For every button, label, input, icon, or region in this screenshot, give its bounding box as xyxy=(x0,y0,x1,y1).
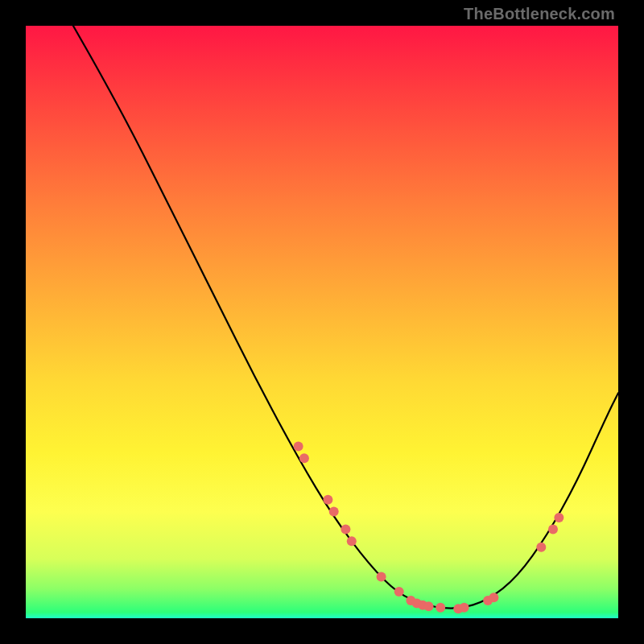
bottleneck-curve xyxy=(73,26,618,609)
watermark-text: TheBottleneck.com xyxy=(464,5,615,23)
data-marker xyxy=(347,536,357,546)
data-markers xyxy=(294,442,564,614)
data-marker xyxy=(341,525,350,535)
bottleneck-chart xyxy=(26,26,618,618)
data-marker xyxy=(554,513,564,522)
data-marker xyxy=(489,592,498,602)
data-marker xyxy=(460,603,469,613)
data-marker xyxy=(377,572,386,582)
data-marker xyxy=(548,525,558,535)
data-marker xyxy=(536,543,546,552)
data-marker xyxy=(294,442,303,452)
data-marker xyxy=(436,603,445,613)
data-marker xyxy=(329,507,339,517)
data-marker xyxy=(323,495,332,505)
chart-area xyxy=(26,26,618,618)
data-marker xyxy=(394,587,404,597)
data-marker xyxy=(424,601,434,611)
data-marker xyxy=(299,453,309,463)
